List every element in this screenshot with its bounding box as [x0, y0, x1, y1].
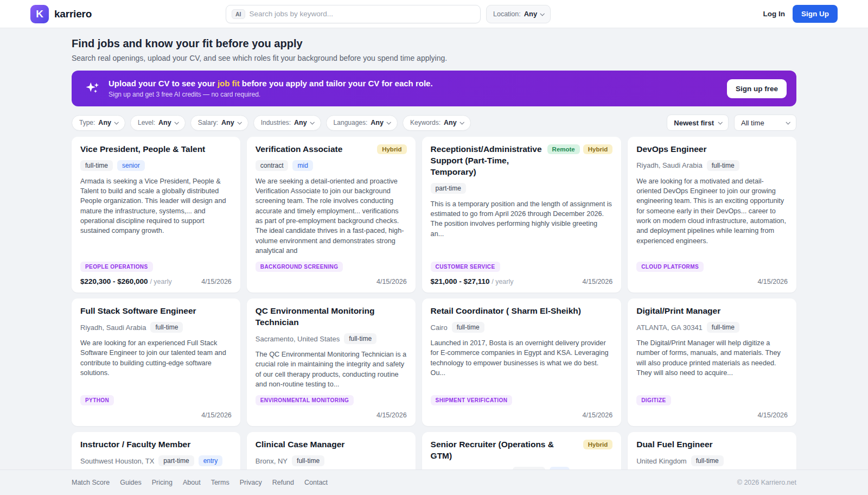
job-card-head: Digital/Print Manager — [636, 306, 788, 317]
footer-link-guides[interactable]: Guides — [120, 479, 142, 486]
job-posted-date: 4/15/2026 — [201, 278, 232, 285]
chevron-down-icon — [114, 120, 118, 124]
footer-link-terms[interactable]: Terms — [211, 479, 229, 486]
job-card-head: Dual Fuel Engineer — [636, 439, 788, 450]
job-card[interactable]: DevOps EngineerRiyadh, Saudi Arabiafull-… — [628, 137, 796, 293]
ai-badge: AI — [232, 9, 245, 19]
job-category-row: CLOUD PLATFORMS — [636, 256, 788, 272]
hero-section: Find jobs and know your fit before you a… — [72, 28, 796, 62]
location-filter[interactable]: Location: Any — [486, 5, 551, 23]
filter-pill-type[interactable]: Type:Any — [72, 115, 125, 131]
job-tag: full-time — [344, 333, 376, 344]
job-category-row: CUSTOMER SERVICE — [431, 256, 613, 272]
job-category: DIGITIZE — [636, 395, 671, 405]
job-description: Armada is seeking a Vice President, Peop… — [80, 176, 232, 236]
filter-pills: Type:AnyLevel:AnySalary:AnyIndustries:An… — [72, 115, 471, 131]
job-title: Vice President, People & Talent — [80, 144, 205, 155]
job-location: Bronx, NY — [256, 457, 288, 465]
job-tag: part-time — [431, 183, 466, 194]
job-meta-row: Sacramento, United Statesfull-time — [256, 333, 407, 344]
job-card[interactable]: Full Stack Software EngineerRiyadh, Saud… — [72, 299, 240, 426]
job-title: QC Environmental Monitoring Technician — [256, 306, 407, 328]
job-salary-period: / yearly — [492, 278, 513, 285]
chevron-down-icon — [237, 120, 241, 124]
job-card-footer: 4/15/2026 — [256, 277, 407, 286]
job-description: This is a temporary position and the len… — [431, 199, 613, 239]
job-tag: full-time — [80, 160, 113, 171]
footer-link-contact[interactable]: Contact — [304, 479, 328, 486]
chevron-down-icon — [386, 120, 391, 124]
footer-link-privacy[interactable]: Privacy — [240, 479, 262, 486]
job-posted-date: 4/15/2026 — [376, 411, 407, 419]
filter-pill-keywords[interactable]: Keywords:Any — [403, 115, 471, 131]
job-tag: full-time — [150, 322, 183, 333]
job-card-footer: 4/15/2026 — [80, 410, 232, 420]
signup-free-button[interactable]: Sign up free — [727, 79, 787, 98]
job-card-footer: 4/15/2026 — [256, 410, 407, 420]
chevron-down-icon — [310, 120, 314, 124]
job-title: Clinical Case Manager — [256, 439, 345, 450]
footer-link-pricing[interactable]: Pricing — [152, 479, 173, 486]
job-posted-date: 4/15/2026 — [583, 278, 613, 285]
job-location: Sacramento, United States — [256, 335, 340, 343]
banner-title: Upload your CV to see your job fit befor… — [108, 79, 727, 88]
job-description: Launched in 2017, Bosta is an overnight … — [431, 338, 613, 378]
filter-pill-languages[interactable]: Languages:Any — [326, 115, 398, 131]
job-meta-row: ATLANTA, GA 30341full-time — [636, 322, 788, 333]
job-card[interactable]: Receptionist/Administrative Support (Par… — [422, 137, 622, 293]
filter-label: Industries: — [261, 119, 291, 126]
job-location: Cairo — [431, 323, 448, 332]
filter-value: Any — [158, 119, 171, 126]
job-tag: full-time — [452, 322, 484, 333]
chevron-down-icon — [786, 120, 790, 124]
job-card-footer: 4/15/2026 — [636, 277, 788, 286]
filter-value: Any — [371, 119, 384, 126]
job-title: Retail Coordinator ( Sharm El-Sheikh) — [431, 306, 581, 317]
job-card-footer: 4/15/2026 — [431, 410, 613, 420]
job-posted-date: 4/15/2026 — [376, 278, 407, 285]
sort-value: Newest first — [674, 119, 714, 127]
brand[interactable]: K karriero — [30, 5, 226, 23]
job-location: Riyadh, Saudi Arabia — [80, 323, 146, 332]
footer-link-match-score[interactable]: Match Score — [72, 479, 110, 486]
job-card-head: Instructor / Faculty Member — [80, 439, 232, 450]
job-location: United Kingdom — [636, 457, 687, 465]
job-card-head: Retail Coordinator ( Sharm El-Sheikh) — [431, 306, 613, 317]
logo-icon: K — [30, 5, 49, 23]
filter-pill-level[interactable]: Level:Any — [130, 115, 186, 131]
filter-pill-industries[interactable]: Industries:Any — [253, 115, 321, 131]
hybrid-badge: Hybrid — [583, 144, 612, 154]
job-card[interactable]: Vice President, People & Talentfull-time… — [72, 137, 240, 293]
job-card-head: Receptionist/Administrative Support (Par… — [431, 144, 613, 178]
footer-link-about[interactable]: About — [183, 479, 201, 486]
signup-button[interactable]: Sign Up — [793, 5, 838, 23]
search-input[interactable] — [250, 10, 475, 18]
job-salary: $21,000 - $27,110 / yearly — [431, 277, 514, 285]
job-card-footer: $220,300 - $260,000 / yearly4/15/2026 — [80, 277, 232, 286]
sort-select[interactable]: Newest first — [667, 115, 729, 131]
job-posted-date: 4/15/2026 — [757, 411, 788, 419]
job-card[interactable]: Retail Coordinator ( Sharm El-Sheikh)Cai… — [422, 299, 622, 426]
job-card[interactable]: Digital/Print ManagerATLANTA, GA 30341fu… — [628, 299, 796, 426]
job-tag: contract — [256, 160, 289, 171]
job-card[interactable]: QC Environmental Monitoring TechnicianSa… — [247, 299, 416, 426]
filter-label: Level: — [138, 119, 155, 126]
login-link[interactable]: Log In — [763, 10, 786, 18]
footer-link-refund[interactable]: Refund — [272, 479, 294, 486]
job-card-head: DevOps Engineer — [636, 144, 788, 155]
job-tag: senior — [117, 160, 145, 171]
job-card[interactable]: Verification AssociateHybridcontractmidW… — [247, 137, 416, 293]
job-tag: full-time — [292, 455, 324, 466]
filter-value: Any — [444, 119, 457, 126]
footer-links: Match ScoreGuidesPricingAboutTermsPrivac… — [72, 479, 328, 486]
filters-row: Type:AnyLevel:AnySalary:AnyIndustries:An… — [72, 115, 796, 131]
filter-label: Type: — [79, 119, 95, 126]
filter-pill-salary[interactable]: Salary:Any — [190, 115, 248, 131]
job-category-row: DIGITIZE — [636, 389, 788, 405]
time-filter-select[interactable]: All time — [734, 115, 796, 131]
job-description: We are looking for an experienced Full S… — [80, 338, 232, 378]
job-title: Digital/Print Manager — [636, 306, 720, 317]
job-meta-row: Riyadh, Saudi Arabiafull-time — [80, 322, 232, 333]
filter-label: Keywords: — [410, 119, 441, 126]
job-category: PEOPLE OPERATIONS — [80, 262, 153, 272]
